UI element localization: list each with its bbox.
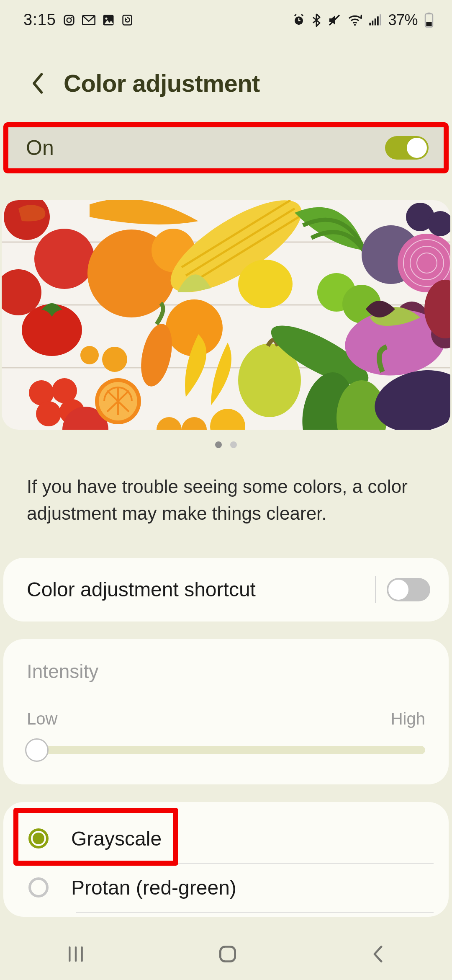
svg-point-2 [71,16,72,18]
intensity-slider[interactable] [27,738,425,762]
intensity-card: Intensity Low High [3,639,449,784]
svg-rect-11 [370,23,371,25]
svg-rect-69 [220,946,235,961]
svg-point-47 [238,260,293,308]
shortcut-row[interactable]: Color adjustment shortcut [3,558,449,622]
radio-unselected-icon [28,877,49,897]
svg-rect-15 [380,14,382,25]
page-title: Color adjustment [64,69,260,97]
svg-point-24 [34,229,95,289]
home-button[interactable] [218,944,238,966]
nav-back-button[interactable] [370,944,386,966]
instagram-icon [63,14,75,26]
description-text: If you have trouble seeing some colors, … [0,448,452,527]
svg-point-9 [354,24,356,26]
intensity-high-label: High [391,709,425,728]
svg-rect-13 [375,18,376,25]
update-icon [121,14,133,26]
shortcut-label: Color adjustment shortcut [27,578,256,601]
mode-label: Protan (red-green) [71,876,236,899]
shortcut-toggle-switch[interactable] [387,578,430,601]
status-bar: 3:15 [0,0,452,29]
preview-page-indicator [0,441,452,448]
svg-point-36 [80,346,99,364]
back-icon[interactable] [30,72,47,95]
mute-icon [328,14,341,26]
intensity-heading: Intensity [27,660,425,683]
system-nav-bar [0,930,452,980]
gmail-icon [82,15,95,26]
svg-point-35 [102,347,127,372]
svg-rect-12 [372,21,374,25]
status-right: 6 37% [293,11,434,29]
image-icon [102,14,115,26]
page-dot-1 [215,441,222,448]
svg-rect-17 [427,13,431,14]
intensity-low-label: Low [27,709,57,728]
master-toggle-row[interactable]: On [8,127,444,168]
shortcut-card: Color adjustment shortcut [3,558,449,622]
svg-point-1 [67,18,72,22]
intensity-slider-thumb[interactable] [25,738,49,762]
battery-percent: 37% [388,11,418,29]
svg-rect-14 [377,16,379,25]
modes-card: Grayscale Protan (red-green) [3,802,449,917]
mode-option-protan[interactable]: Protan (red-green) [28,864,434,912]
alarm-icon [293,14,305,26]
master-toggle-switch[interactable] [385,136,429,160]
mode-option-grayscale[interactable]: Grayscale [28,815,434,863]
signal-icon [369,14,381,26]
recents-button[interactable] [66,945,86,965]
svg-text:6: 6 [361,15,362,20]
color-preview-image[interactable] [2,200,450,430]
radio-selected-icon [28,828,49,848]
mode-label: Grayscale [71,827,162,850]
header: Color adjustment [0,29,452,122]
page-dot-2 [230,441,237,448]
battery-icon [424,13,434,28]
master-toggle-highlight: On [3,122,449,173]
wifi-icon: 6 [348,15,362,26]
divider [76,912,434,913]
master-toggle-label: On [26,136,54,160]
divider [375,576,376,603]
bluetooth-icon [312,13,321,27]
svg-point-29 [36,401,61,426]
svg-rect-0 [64,15,74,25]
clock: 3:15 [23,11,56,29]
status-left: 3:15 [23,11,133,29]
svg-rect-18 [426,22,431,26]
svg-point-5 [105,17,107,19]
